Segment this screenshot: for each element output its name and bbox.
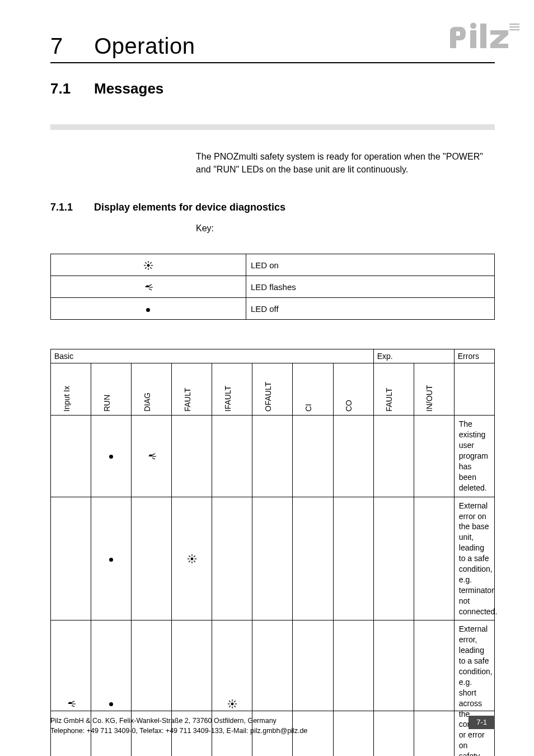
diag-col-header: OFAULT xyxy=(252,363,293,416)
diag-cell xyxy=(91,416,132,497)
svg-rect-12 xyxy=(470,30,476,48)
diag-cell xyxy=(373,416,414,497)
key-table: LED onLED flashesLED off xyxy=(50,254,495,320)
diag-row: External error on the base unit, leading… xyxy=(51,497,495,620)
subsection-number: 7.1.1 xyxy=(50,202,94,213)
diag-col-header: FAULT xyxy=(172,363,212,416)
diag-cell xyxy=(51,497,91,620)
led-off-icon xyxy=(109,558,113,562)
key-table-row: LED off xyxy=(51,298,495,320)
diag-col-errors xyxy=(454,363,494,416)
diag-cell xyxy=(414,416,454,497)
diag-cell xyxy=(132,497,172,620)
key-desc: LED on xyxy=(246,254,494,276)
diag-col-header: IFAULT xyxy=(212,363,252,416)
led-flash-icon xyxy=(143,283,153,291)
svg-rect-15 xyxy=(509,24,519,25)
subsection-title: Display elements for device diagnostics xyxy=(94,202,285,213)
key-symbol xyxy=(51,298,246,320)
diag-cell xyxy=(91,497,132,620)
intro-paragraph: The PNOZmulti safety system is ready for… xyxy=(196,150,495,176)
led-off-icon xyxy=(109,455,113,459)
diag-cell xyxy=(333,497,373,620)
diag-cell xyxy=(293,497,333,620)
svg-rect-14 xyxy=(480,24,486,48)
diag-cell xyxy=(172,497,212,620)
diag-group-exp: Exp. xyxy=(373,349,454,363)
diag-cell xyxy=(252,416,293,497)
section-divider xyxy=(50,124,495,130)
diag-cell xyxy=(172,416,212,497)
chapter-heading: 7 Operation xyxy=(50,34,495,63)
diag-cell xyxy=(293,416,333,497)
section-heading: 7.1 Messages xyxy=(50,80,495,97)
svg-rect-16 xyxy=(509,26,519,27)
footer-contact: Telephone: +49 711 3409-0, Telefax: +49 … xyxy=(50,726,307,736)
subsection-heading: 7.1.1 Display elements for device diagno… xyxy=(50,202,495,213)
diag-cell xyxy=(51,416,91,497)
diag-group-basic: Basic xyxy=(51,349,374,363)
key-symbol xyxy=(51,276,246,298)
key-desc: LED flashes xyxy=(246,276,494,298)
led-flash-icon xyxy=(66,700,76,708)
led-on-icon xyxy=(143,260,153,270)
diag-col-header: IN/OUT xyxy=(414,363,454,416)
diag-cell xyxy=(212,497,252,620)
diag-error-text: The existing user program has been delet… xyxy=(454,416,494,497)
footer-address: Pilz GmbH & Co. KG, Felix-Wankel-Straße … xyxy=(50,716,307,726)
diag-cell xyxy=(212,416,252,497)
svg-point-13 xyxy=(470,23,476,29)
svg-rect-17 xyxy=(509,29,519,30)
diag-col-header: Input Ix xyxy=(51,363,91,416)
led-flash-icon xyxy=(147,452,157,460)
key-table-row: LED flashes xyxy=(51,276,495,298)
diag-group-errors: Errors xyxy=(454,349,494,363)
key-table-row: LED on xyxy=(51,254,495,276)
chapter-number: 7 xyxy=(50,34,63,59)
key-symbol xyxy=(51,254,246,276)
led-off-icon xyxy=(146,308,150,312)
brand-logo xyxy=(448,22,521,54)
diag-col-header: FAULT xyxy=(373,363,414,416)
diag-col-header: CO xyxy=(333,363,373,416)
page-footer: Pilz GmbH & Co. KG, Felix-Wankel-Straße … xyxy=(50,711,495,736)
chapter-title: Operation xyxy=(94,34,195,59)
diag-cell xyxy=(373,497,414,620)
key-label: Key: xyxy=(196,223,495,234)
page-number: 7-1 xyxy=(469,716,495,729)
diag-row: The existing user program has been delet… xyxy=(51,416,495,497)
led-on-icon xyxy=(227,699,237,709)
led-on-icon xyxy=(187,554,197,564)
diagnostics-table: Basic Exp. Errors Input IxRUNDIAGFAULTIF… xyxy=(50,349,495,756)
diag-col-header: RUN xyxy=(91,363,132,416)
diag-cell xyxy=(252,497,293,620)
diag-col-header: CI xyxy=(293,363,333,416)
diag-error-text: External error on the base unit, leading… xyxy=(454,497,494,620)
section-number: 7.1 xyxy=(50,80,94,97)
key-desc: LED off xyxy=(246,298,494,320)
section-title: Messages xyxy=(94,80,163,97)
diag-cell xyxy=(132,416,172,497)
diag-cell xyxy=(414,497,454,620)
led-off-icon xyxy=(109,702,113,706)
diag-cell xyxy=(333,416,373,497)
diag-col-header: DIAG xyxy=(132,363,172,416)
